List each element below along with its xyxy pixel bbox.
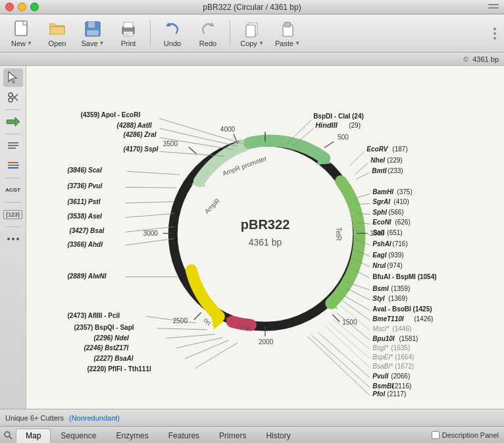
svg-text:(3427) BsaI: (3427) BsaI — [69, 227, 104, 234]
tab-features[interactable]: Features — [159, 429, 209, 443]
svg-line-164 — [176, 338, 222, 348]
svg-line-75 — [357, 194, 370, 197]
new-button[interactable]: New ▼ — [5, 17, 38, 50]
resize-icon — [488, 4, 499, 11]
svg-text:(2246) BstZ17I: (2246) BstZ17I — [84, 344, 128, 352]
svg-text:(187): (187) — [392, 145, 407, 153]
new-dropdown[interactable]: New ▼ — [11, 39, 32, 47]
bp-count: 4361 bp — [472, 55, 499, 63]
svg-line-162 — [166, 334, 215, 338]
open-button[interactable]: Open — [41, 17, 74, 50]
svg-text:(4170) SspI: (4170) SspI — [124, 145, 159, 153]
svg-text:(410): (410) — [393, 198, 409, 205]
paste-label: Paste — [275, 39, 293, 47]
plasmid-name: pBR322 — [241, 217, 290, 232]
svg-line-104 — [345, 288, 370, 300]
infobar: © 4361 bp — [0, 53, 504, 66]
svg-text:BsgI*: BsgI* — [372, 344, 389, 352]
svg-line-144 — [127, 171, 180, 174]
save-icon — [82, 20, 103, 38]
svg-rect-8 — [125, 33, 132, 34]
new-label: New — [11, 39, 26, 47]
tab-history[interactable]: History — [256, 429, 300, 443]
svg-text:StyI: StyI — [372, 295, 385, 302]
plasmid-map-svg: pBR322 4361 bp AmpR AmpR promoter TetR o… — [26, 66, 504, 409]
tab-sequence[interactable]: Sequence — [51, 429, 106, 443]
tab-enzymes[interactable]: Enzymes — [106, 429, 158, 443]
print-label: Print — [121, 39, 136, 47]
navigate-tool[interactable] — [3, 113, 23, 131]
description-panel-toggle[interactable]: Description Panel — [432, 431, 504, 439]
minimize-button[interactable] — [18, 3, 26, 11]
copy-button[interactable]: Copy ▼ — [236, 17, 268, 50]
svg-text:(3611) PstI: (3611) PstI — [67, 198, 100, 205]
svg-text:ori: ori — [202, 316, 213, 326]
print-button[interactable]: Print — [112, 17, 145, 50]
sequence-tool[interactable]: ACGT — [3, 181, 23, 199]
svg-line-121 — [329, 323, 370, 359]
multiline-tool[interactable] — [3, 157, 23, 175]
svg-text:BsaBI*: BsaBI* — [372, 363, 393, 370]
tab-primers[interactable]: Primers — [209, 429, 256, 443]
scissors-tool[interactable] — [3, 88, 23, 107]
svg-rect-21 — [7, 120, 16, 124]
plasmid-size: 4361 bp — [249, 237, 282, 248]
description-panel-checkbox[interactable] — [432, 431, 440, 439]
undo-label: Undo — [164, 39, 181, 47]
svg-text:(1635): (1635) — [391, 344, 410, 352]
svg-line-66 — [349, 151, 364, 166]
svg-line-112 — [340, 305, 370, 330]
svg-text:BamHI: BamHI — [372, 188, 393, 195]
copy-dropdown[interactable]: Copy ▼ — [240, 39, 264, 47]
toolbar-more[interactable] — [491, 25, 499, 42]
svg-text:(3736) PvuI: (3736) PvuI — [67, 182, 102, 190]
tab-map[interactable]: Map — [16, 429, 51, 443]
svg-text:(1369): (1369) — [388, 295, 407, 302]
redo-button[interactable]: Redo — [191, 17, 224, 50]
svg-text:AmpR: AmpR — [203, 197, 221, 215]
svg-rect-15 — [284, 22, 291, 27]
svg-text:BspDI - ClaI (24): BspDI - ClaI (24) — [313, 113, 364, 120]
dots-tool[interactable] — [3, 230, 23, 248]
svg-text:2000: 2000 — [259, 338, 274, 346]
svg-text:PvuII: PvuII — [372, 373, 388, 380]
svg-text:(626): (626) — [395, 219, 410, 226]
svg-text:(939): (939) — [388, 251, 403, 259]
svg-line-146 — [126, 187, 176, 188]
maximize-button[interactable] — [30, 3, 39, 11]
lines-tool[interactable] — [3, 137, 23, 155]
svg-text:TetR: TetR — [335, 227, 342, 241]
select-tool[interactable] — [3, 68, 23, 87]
svg-text:EcoRV: EcoRV — [366, 145, 389, 153]
svg-line-160 — [157, 328, 207, 330]
svg-text:500: 500 — [338, 134, 349, 141]
svg-text:(3846) ScaI: (3846) ScaI — [67, 167, 101, 174]
filter-link[interactable]: (Nonredundant) — [69, 414, 120, 422]
open-icon — [47, 20, 68, 38]
filter-label: Unique 6+ Cutters — [5, 414, 64, 422]
svg-marker-29 — [17, 164, 20, 167]
sidebar-sep-5 — [5, 226, 21, 227]
paste-button[interactable]: Paste ▼ — [271, 17, 304, 50]
svg-text:(3366) AhdI: (3366) AhdI — [67, 241, 103, 248]
svg-line-52 — [194, 313, 201, 320]
svg-text:BfuAI - BspMI (1054): BfuAI - BspMI (1054) — [372, 273, 436, 280]
svg-rect-4 — [87, 30, 99, 36]
paste-icon — [277, 20, 298, 38]
numbering-tool[interactable]: (123) — [3, 205, 23, 224]
search-icon[interactable] — [0, 427, 16, 443]
svg-line-48 — [332, 315, 340, 322]
svg-line-158 — [147, 317, 196, 323]
close-button[interactable] — [5, 3, 14, 11]
sidebar-sep-4 — [5, 202, 21, 203]
paste-dropdown[interactable]: Paste ▼ — [275, 39, 300, 47]
svg-text:Bpu10I: Bpu10I — [372, 335, 395, 342]
window-controls[interactable] — [5, 3, 39, 11]
save-dropdown[interactable]: Save ▼ — [82, 39, 105, 47]
svg-text:SphI: SphI — [372, 209, 387, 216]
save-button[interactable]: Save ▼ — [76, 17, 109, 50]
svg-text:(974): (974) — [387, 262, 402, 269]
undo-button[interactable]: Undo — [156, 17, 189, 50]
svg-text:(1446): (1446) — [392, 325, 411, 332]
svg-text:(2357) BspQI - SapI: (2357) BspQI - SapI — [74, 324, 134, 331]
